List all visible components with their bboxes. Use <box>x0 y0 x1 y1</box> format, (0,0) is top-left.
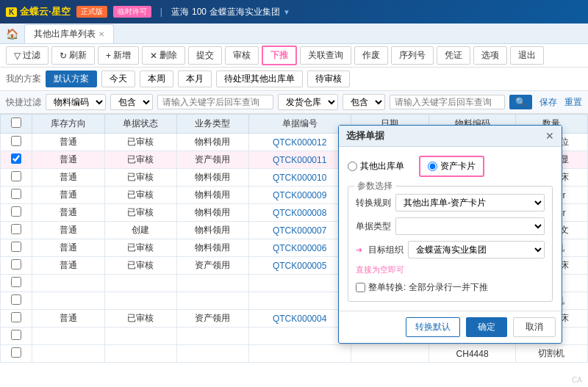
code-link[interactable]: QTCK000007 <box>273 225 326 236</box>
row-checkbox[interactable] <box>11 347 21 358</box>
tab-close-icon[interactable]: ✕ <box>98 30 104 38</box>
delete-button[interactable]: ✕删除 <box>142 46 185 65</box>
row-dir: 普通 <box>32 134 104 151</box>
row-code[interactable]: QTCK000009 <box>248 187 351 204</box>
row-type <box>176 345 248 363</box>
row-checkbox[interactable] <box>11 277 21 287</box>
row-code[interactable]: QTCK000006 <box>248 239 351 257</box>
related-button[interactable]: 关联查询 <box>300 46 351 65</box>
row-status: 已审核 <box>104 310 176 328</box>
row-code[interactable]: QTCK000010 <box>248 169 351 187</box>
radio-asset-card-label: 资产卡片 <box>440 160 476 173</box>
radio-asset-card[interactable]: 资产卡片 <box>419 156 484 177</box>
row-dir: 普通 <box>32 222 104 239</box>
row-code[interactable]: QTCK000011 <box>248 151 351 169</box>
save-link[interactable]: 保存 <box>539 96 557 109</box>
pushdown-button[interactable]: 下推 <box>262 46 297 65</box>
row-checkbox[interactable] <box>11 206 21 217</box>
row-code[interactable]: QTCK000005 <box>248 257 351 275</box>
row-checkbox[interactable] <box>11 189 21 199</box>
filter-tab-month[interactable]: 本月 <box>178 70 212 87</box>
row-type <box>176 275 248 292</box>
tab-other-outbound[interactable]: 其他出库单列表 ✕ <box>24 24 114 43</box>
field1-input[interactable] <box>157 95 273 109</box>
code-link[interactable]: QTCK000004 <box>273 314 326 324</box>
radio-other-outbound-input[interactable] <box>348 162 357 171</box>
reset-link[interactable]: 重置 <box>564 96 582 109</box>
app-header: K 金蝶云·星空 正式版 临时许可 | 蓝海 100 金蝶蓝海实业集团 ▼ <box>0 0 588 23</box>
row-type <box>176 292 248 310</box>
tab-bar: 🏠 其他出库单列表 ✕ <box>0 23 588 44</box>
type-select[interactable] <box>395 217 545 235</box>
company-dropdown-icon[interactable]: ▼ <box>283 8 290 16</box>
row-code[interactable]: QTCK000007 <box>248 222 351 239</box>
row-checkbox[interactable] <box>11 136 21 146</box>
row-checkbox[interactable] <box>11 312 21 322</box>
row-checkbox[interactable] <box>11 224 21 234</box>
row-code[interactable]: QTCK000004 <box>248 310 351 328</box>
row-status: 已审核 <box>104 169 176 187</box>
row-checkbox[interactable] <box>11 242 21 252</box>
whole-convert-checkbox[interactable] <box>356 283 365 292</box>
table-row: CH4448 切割机 <box>1 345 588 363</box>
col-status: 单据状态 <box>104 115 176 134</box>
ok-button[interactable]: 确定 <box>466 317 507 337</box>
cancel-button[interactable]: 作废 <box>354 46 388 65</box>
code-link[interactable]: QTCK000008 <box>273 208 326 218</box>
filter-tab-today[interactable]: 今天 <box>101 70 135 87</box>
op1-select[interactable]: 包含 <box>110 94 153 110</box>
new-button[interactable]: +新增 <box>98 46 139 65</box>
row-type <box>176 328 248 345</box>
company-info[interactable]: 蓝海 100 金蝶蓝海实业集团 ▼ <box>171 6 290 18</box>
exit-button[interactable]: 退出 <box>510 46 544 65</box>
options-button[interactable]: 选项 <box>473 46 507 65</box>
code-link[interactable]: QTCK000010 <box>273 173 326 183</box>
filter-tab-audit[interactable]: 待审核 <box>307 70 350 87</box>
group-row: ➜ 目标组织 金蝶蓝海实业集团 <box>356 241 545 258</box>
row-checkbox[interactable] <box>11 294 21 305</box>
row-checkbox[interactable] <box>11 330 21 340</box>
code-link[interactable]: QTCK000009 <box>273 190 326 200</box>
version-tag: 正式版 <box>76 6 107 18</box>
serial-button[interactable]: 序列号 <box>391 46 434 65</box>
row-dir: 普通 <box>32 169 104 187</box>
search-button[interactable]: 🔍 <box>509 95 532 109</box>
code-link[interactable]: QTCK000011 <box>273 155 326 165</box>
select-all-checkbox[interactable] <box>11 117 21 128</box>
row-status: 已审核 <box>104 257 176 275</box>
cancel-dialog-button[interactable]: 取消 <box>513 317 556 337</box>
submit-button[interactable]: 提交 <box>188 46 222 65</box>
field1-select[interactable]: 物料编码 <box>46 94 106 110</box>
field2-input[interactable] <box>390 95 506 109</box>
row-code[interactable]: QTCK000008 <box>248 204 351 222</box>
row-checkbox[interactable] <box>11 171 21 181</box>
op2-select[interactable]: 包含 <box>343 94 385 110</box>
field2-select[interactable]: 发货仓库 <box>278 94 338 110</box>
refresh-button[interactable]: ↻刷新 <box>51 46 95 65</box>
filter-tab-default[interactable]: 默认方案 <box>46 70 97 87</box>
row-code[interactable]: QTCK000012 <box>248 134 351 151</box>
row-checkbox[interactable] <box>11 259 21 270</box>
convert-default-button[interactable]: 转换默认 <box>406 317 460 337</box>
dialog-close-icon[interactable]: ✕ <box>545 130 554 142</box>
code-link[interactable]: QTCK000006 <box>273 243 326 253</box>
radio-other-outbound[interactable]: 其他出库单 <box>348 156 404 177</box>
group-select[interactable]: 金蝶蓝海实业集团 <box>408 241 545 258</box>
home-icon[interactable]: 🏠 <box>6 28 18 40</box>
type-label: 单据类型 <box>356 220 391 233</box>
row-checkbox[interactable] <box>11 153 21 164</box>
code-link[interactable]: QTCK000012 <box>273 137 326 148</box>
filter-tab-week[interactable]: 本周 <box>140 70 173 87</box>
group-label: 目标组织 <box>368 244 404 256</box>
filter-tab-pending[interactable]: 待处理其他出库单 <box>216 70 303 87</box>
rule-select[interactable]: 其他出库单-资产卡片 <box>395 194 545 211</box>
whole-convert-label: 整单转换: 全部分录行一并下推 <box>368 281 488 294</box>
filter-bar: 我的方案 默认方案 今天 本周 本月 待处理其他出库单 待审核 <box>0 68 588 91</box>
rule-row: 转换规则 其他出库单-资产卡片 <box>356 194 545 211</box>
row-type: 物料领用 <box>176 222 248 239</box>
filter-button[interactable]: ▽过滤 <box>6 46 49 65</box>
code-link[interactable]: QTCK000005 <box>273 261 326 271</box>
radio-asset-card-input[interactable] <box>428 162 437 171</box>
voucher-button[interactable]: 凭证 <box>437 46 470 65</box>
audit-button[interactable]: 审核 <box>225 46 259 65</box>
